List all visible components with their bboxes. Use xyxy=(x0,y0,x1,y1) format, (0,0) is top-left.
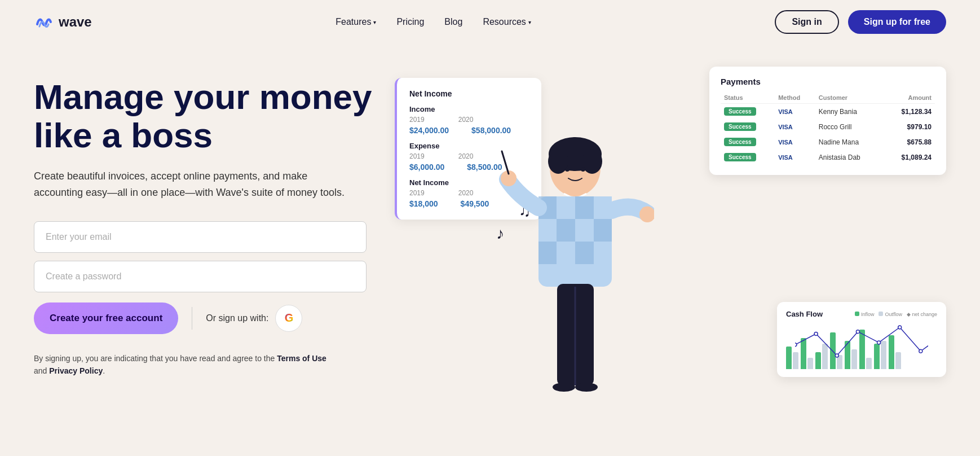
net-income-title: Net Income xyxy=(409,89,529,98)
nav-blog[interactable]: Blog xyxy=(444,17,462,27)
payments-table: Status Method Customer Amount Success VI… xyxy=(721,92,935,165)
hero-section: Manage your money like a boss Create bea… xyxy=(0,44,980,450)
terms-text: By signing up, you are indicating that y… xyxy=(34,352,338,378)
amount-cell: $1,089.24 xyxy=(883,150,935,165)
hero-left: Manage your money like a boss Create bea… xyxy=(34,67,383,378)
dashboard-area: Net Income Income 2019 2020 $24,000.00 $… xyxy=(395,67,946,405)
nav-resources[interactable]: Resources ▾ xyxy=(483,17,531,27)
svg-point-26 xyxy=(575,383,598,392)
status-cell: Success xyxy=(721,150,775,165)
nav-links: Features ▾ Pricing Blog Resources ▾ xyxy=(336,17,531,27)
method-cell: VISA xyxy=(775,134,815,150)
method-cell: VISA xyxy=(775,150,815,165)
or-sign-up-label: Or sign up with: G xyxy=(206,305,302,332)
chart-dot xyxy=(877,341,881,344)
col-method: Method xyxy=(775,92,815,104)
hero-subtitle: Create beautiful invoices, accept online… xyxy=(34,168,350,201)
cashflow-card: Cash Flow Inflow Outflow ◆ net change xyxy=(777,302,946,377)
customer-cell: Rocco Grill xyxy=(815,119,884,134)
amount-cell: $675.88 xyxy=(883,134,935,150)
terms-of-use-link[interactable]: Terms of Use xyxy=(277,354,326,363)
resources-chevron-icon: ▾ xyxy=(528,19,531,25)
line-chart xyxy=(795,316,928,361)
status-cell: Success xyxy=(721,134,775,150)
character-illustration xyxy=(496,123,654,405)
status-badge: Success xyxy=(724,138,756,146)
cashflow-chart xyxy=(786,324,937,369)
svg-point-4 xyxy=(565,167,570,172)
table-row: Success VISA Rocco Grill $979.10 xyxy=(721,119,935,134)
nav-actions: Sign in Sign up for free xyxy=(775,10,946,34)
features-chevron-icon: ▾ xyxy=(373,19,376,25)
amount-cell: $979.10 xyxy=(883,119,935,134)
svg-rect-13 xyxy=(575,219,594,242)
password-input[interactable] xyxy=(34,261,367,292)
col-amount: Amount xyxy=(883,92,935,104)
svg-rect-18 xyxy=(594,242,612,264)
status-badge: Success xyxy=(724,153,756,161)
payments-card: Payments Status Method Customer Amount S… xyxy=(709,67,946,175)
table-row: Success VISA Kenny Bania $1,128.34 xyxy=(721,104,935,120)
nav-features[interactable]: Features ▾ xyxy=(336,17,376,27)
wave-logo-icon xyxy=(34,12,54,32)
svg-point-25 xyxy=(553,383,575,392)
customer-cell: Kenny Bania xyxy=(815,104,884,120)
table-row: Success VISA Anistasia Dab $1,089.24 xyxy=(721,150,935,165)
svg-rect-17 xyxy=(575,242,594,264)
method-cell: VISA xyxy=(775,104,815,120)
method-value: VISA xyxy=(778,124,793,130)
logo[interactable]: wave xyxy=(34,12,92,32)
chart-dot xyxy=(814,332,818,336)
chart-dot xyxy=(919,349,922,353)
signup-form: Create your free account Or sign up with… xyxy=(34,221,367,378)
svg-rect-11 xyxy=(538,219,557,242)
customer-cell: Anistasia Dab xyxy=(815,150,884,165)
amount-cell: $1,128.34 xyxy=(883,104,935,120)
logo-text: wave xyxy=(59,14,92,30)
status-badge: Success xyxy=(724,122,756,131)
hero-title: Manage your money like a boss xyxy=(34,78,383,155)
email-input[interactable] xyxy=(34,221,367,253)
table-row: Success VISA Nadine Mana $675.88 xyxy=(721,134,935,150)
google-icon: G xyxy=(285,312,294,325)
svg-rect-16 xyxy=(557,242,575,264)
chart-dot xyxy=(856,330,859,334)
svg-line-21 xyxy=(502,151,509,174)
form-actions: Create your free account Or sign up with… xyxy=(34,302,367,334)
nav-pricing[interactable]: Pricing xyxy=(396,17,424,27)
google-signin-button[interactable]: G xyxy=(275,305,302,332)
status-cell: Success xyxy=(721,119,775,134)
col-customer: Customer xyxy=(815,92,884,104)
method-value: VISA xyxy=(778,139,793,146)
create-account-button[interactable]: Create your free account xyxy=(34,302,178,334)
navigation: wave Features ▾ Pricing Blog Resources ▾… xyxy=(0,0,980,44)
payments-title: Payments xyxy=(721,77,935,86)
net-change-line xyxy=(795,327,928,356)
divider xyxy=(192,307,192,330)
method-cell: VISA xyxy=(775,119,815,134)
svg-rect-14 xyxy=(594,219,612,242)
status-cell: Success xyxy=(721,104,775,120)
svg-rect-8 xyxy=(557,196,575,219)
privacy-policy-link[interactable]: Privacy Policy xyxy=(49,366,103,375)
customer-cell: Nadine Mana xyxy=(815,134,884,150)
method-value: VISA xyxy=(778,108,793,115)
signin-button[interactable]: Sign in xyxy=(775,10,838,34)
chart-dot xyxy=(898,326,902,329)
svg-rect-12 xyxy=(557,219,575,242)
signup-button[interactable]: Sign up for free xyxy=(848,10,946,34)
chart-dot xyxy=(795,343,797,347)
chart-dot xyxy=(835,354,838,357)
col-status: Status xyxy=(721,92,775,104)
method-value: VISA xyxy=(778,154,793,161)
svg-rect-9 xyxy=(575,196,594,219)
hero-right: Net Income Income 2019 2020 $24,000.00 $… xyxy=(383,67,946,405)
svg-rect-15 xyxy=(538,242,557,264)
inflow-bar xyxy=(786,347,792,369)
status-badge: Success xyxy=(724,107,756,116)
svg-point-5 xyxy=(581,167,585,172)
